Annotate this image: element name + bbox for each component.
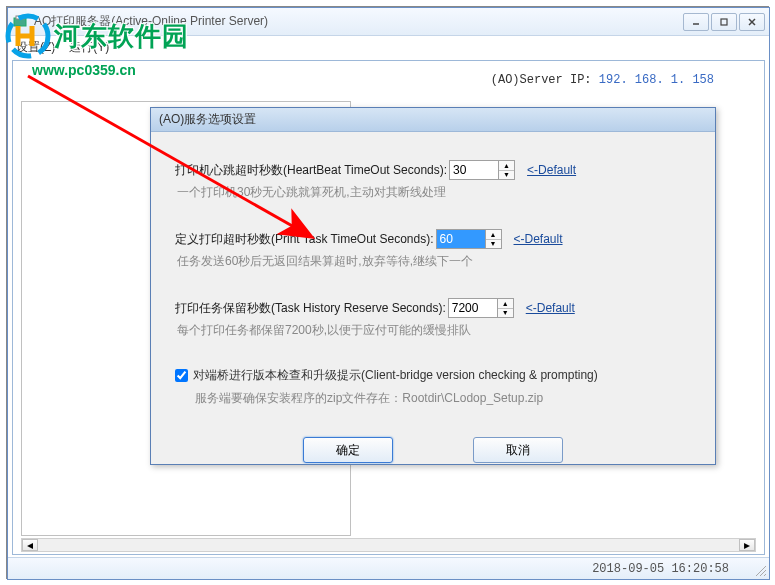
scroll-right-button[interactable]: ▸ [739,539,755,551]
heartbeat-label: 打印机心跳超时秒数(HeartBeat TimeOut Seconds): [175,162,447,179]
heartbeat-group: 打印机心跳超时秒数(HeartBeat TimeOut Seconds): ▲▼… [175,160,691,201]
titlebar: AO打印服务器(Active-Online Printer Server) [8,8,769,36]
resize-grip-icon[interactable] [753,563,767,577]
server-ip-label: (AO)Server IP: [491,73,592,87]
history-label: 打印任务保留秒数(Task History Reserve Seconds): [175,300,446,317]
history-group: 打印任务保留秒数(Task History Reserve Seconds): … [175,298,691,339]
svg-line-8 [764,574,766,576]
printtask-spinner[interactable]: ▲▼ [486,229,502,249]
menu-settings[interactable]: 设置(Z) [16,39,55,56]
version-check-checkbox[interactable] [175,369,188,382]
printtask-label: 定义打印超时秒数(Print Task TimeOut Seconds): [175,231,434,248]
statusbar: 2018-09-05 16:20:58 [8,557,769,579]
heartbeat-default-link[interactable]: <-Default [527,163,576,177]
zip-hint-prefix: 服务端要确保安装程序的zip文件存在： [195,391,402,405]
history-spinner[interactable]: ▲▼ [498,298,514,318]
heartbeat-spinner[interactable]: ▲▼ [499,160,515,180]
checkbox-label: 对端桥进行版本检查和升级提示(Client-bridge version che… [193,367,598,384]
settings-dialog: (AO)服务选项设置 打印机心跳超时秒数(HeartBeat TimeOut S… [150,107,716,465]
close-button[interactable] [739,13,765,31]
zip-hint: 服务端要确保安装程序的zip文件存在：Rootdir\CLodop_Setup.… [195,390,691,407]
printtask-group: 定义打印超时秒数(Print Task TimeOut Seconds): ▲▼… [175,229,691,270]
ok-button[interactable]: 确定 [303,437,393,463]
history-input[interactable] [448,298,498,318]
minimize-button[interactable] [683,13,709,31]
zip-hint-path: Rootdir\CLodop_Setup.zip [402,391,543,405]
dialog-titlebar[interactable]: (AO)服务选项设置 [151,108,715,132]
window-controls [683,13,765,31]
printtask-input[interactable] [436,229,486,249]
app-icon [12,14,28,30]
horizontal-scrollbar[interactable]: ◂ ▸ [21,538,756,552]
heartbeat-hint: 一个打印机30秒无心跳就算死机,主动对其断线处理 [177,184,691,201]
maximize-button[interactable] [711,13,737,31]
server-ip-line: (AO)Server IP: 192. 168. 1. 158 [491,73,714,87]
menu-run[interactable]: 运行(Y) [69,39,109,56]
history-default-link[interactable]: <-Default [526,301,575,315]
dialog-body: 打印机心跳超时秒数(HeartBeat TimeOut Seconds): ▲▼… [151,132,715,477]
window-title: AO打印服务器(Active-Online Printer Server) [34,13,683,30]
svg-rect-1 [16,16,24,19]
svg-rect-3 [721,19,727,25]
printtask-hint: 任务发送60秒后无返回结果算超时,放弃等待,继续下一个 [177,253,691,270]
dialog-title: (AO)服务选项设置 [159,111,256,128]
printtask-default-link[interactable]: <-Default [514,232,563,246]
menubar: 设置(Z) 运行(Y) [8,36,769,58]
heartbeat-input[interactable] [449,160,499,180]
status-datetime: 2018-09-05 16:20:58 [592,562,729,576]
server-ip-value: 192. 168. 1. 158 [599,73,714,87]
cancel-button[interactable]: 取消 [473,437,563,463]
history-hint: 每个打印任务都保留7200秒,以便于应付可能的缓慢排队 [177,322,691,339]
scroll-left-button[interactable]: ◂ [22,539,38,551]
dialog-buttons: 确定 取消 [175,437,691,463]
checkbox-row: 对端桥进行版本检查和升级提示(Client-bridge version che… [175,367,691,384]
